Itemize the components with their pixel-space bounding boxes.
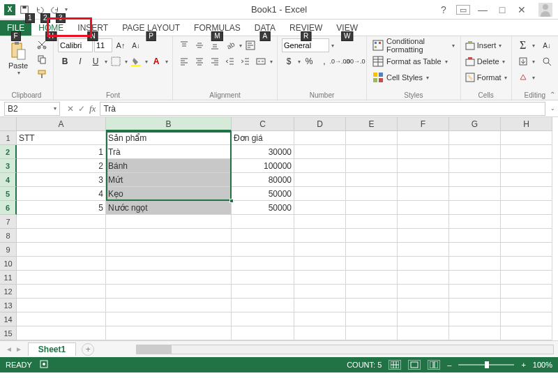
- cell[interactable]: [232, 257, 294, 271]
- cell[interactable]: [398, 145, 449, 159]
- cell[interactable]: [449, 173, 501, 187]
- zoom-in-button[interactable]: +: [521, 361, 525, 369]
- row-header-7[interactable]: 7: [0, 215, 17, 229]
- font-color-button[interactable]: A: [149, 54, 163, 68]
- cell[interactable]: [449, 312, 501, 326]
- cell[interactable]: [398, 187, 449, 201]
- cell[interactable]: 50000: [232, 187, 294, 201]
- ribbon-options-button[interactable]: ▭: [456, 5, 470, 15]
- row-header-6[interactable]: 6: [0, 201, 17, 215]
- cell[interactable]: [501, 285, 552, 299]
- tab-view[interactable]: VIEWW: [329, 20, 365, 36]
- row-header-13[interactable]: 13: [0, 299, 17, 312]
- cell[interactable]: [294, 285, 346, 299]
- cell[interactable]: [398, 257, 449, 271]
- cell[interactable]: 2: [17, 159, 106, 173]
- decrease-decimal-button[interactable]: .00→.0: [348, 54, 362, 68]
- cell[interactable]: [346, 131, 398, 145]
- tab-review[interactable]: REVIEWR: [282, 20, 329, 36]
- name-box[interactable]: B2▾: [4, 102, 60, 116]
- cell[interactable]: [294, 159, 346, 173]
- wrap-text-button[interactable]: [243, 38, 257, 52]
- cell[interactable]: [501, 299, 552, 312]
- cell[interactable]: STT: [17, 131, 106, 145]
- cell[interactable]: [17, 299, 106, 312]
- cell[interactable]: [17, 215, 106, 229]
- cell[interactable]: [449, 201, 501, 215]
- add-sheet-button[interactable]: +: [82, 343, 94, 356]
- row-header-8[interactable]: 8: [0, 229, 17, 243]
- cell[interactable]: [232, 243, 294, 257]
- col-header-H[interactable]: H: [501, 117, 552, 131]
- cell[interactable]: [449, 229, 501, 243]
- conditional-formatting-button[interactable]: Conditional Formatting▾: [371, 38, 456, 53]
- cell[interactable]: [232, 285, 294, 299]
- cell[interactable]: [232, 312, 294, 326]
- align-left-button[interactable]: [177, 54, 191, 68]
- row-header-5[interactable]: 5: [0, 187, 17, 201]
- cell[interactable]: [449, 257, 501, 271]
- insert-cells-button[interactable]: Insert▾: [465, 38, 507, 53]
- cell[interactable]: [232, 299, 294, 312]
- cell[interactable]: 1: [17, 145, 106, 159]
- cell[interactable]: [346, 299, 398, 312]
- cell[interactable]: [501, 326, 552, 340]
- cell[interactable]: [106, 271, 232, 285]
- sheet-nav-next[interactable]: ►: [15, 345, 22, 353]
- decrease-indent-button[interactable]: [223, 54, 237, 68]
- cell[interactable]: 3: [17, 173, 106, 187]
- cell[interactable]: [501, 215, 552, 229]
- row-header-12[interactable]: 12: [0, 285, 17, 299]
- cell[interactable]: [294, 312, 346, 326]
- col-header-A[interactable]: A: [17, 117, 106, 131]
- cell[interactable]: [501, 131, 552, 145]
- cell[interactable]: [106, 299, 232, 312]
- close-button[interactable]: ✕: [515, 4, 529, 15]
- cell[interactable]: [294, 257, 346, 271]
- cell[interactable]: [294, 243, 346, 257]
- cell[interactable]: [501, 243, 552, 257]
- cell[interactable]: [17, 243, 106, 257]
- row-header-15[interactable]: 15: [0, 326, 17, 340]
- cell[interactable]: [398, 312, 449, 326]
- cell[interactable]: [449, 271, 501, 285]
- cell[interactable]: 4: [17, 187, 106, 201]
- cell[interactable]: [501, 173, 552, 187]
- increase-font-button[interactable]: A↑: [114, 38, 128, 52]
- cell[interactable]: [398, 326, 449, 340]
- cell[interactable]: [346, 201, 398, 215]
- view-normal-button[interactable]: [389, 360, 401, 370]
- sort-filter-button[interactable]: A↓: [540, 38, 554, 52]
- cell[interactable]: [346, 326, 398, 340]
- cell[interactable]: [346, 229, 398, 243]
- cell[interactable]: [232, 271, 294, 285]
- cell[interactable]: [449, 159, 501, 173]
- cell[interactable]: [294, 187, 346, 201]
- cancel-formula-icon[interactable]: ✕: [67, 104, 74, 114]
- cell[interactable]: [106, 326, 232, 340]
- zoom-level[interactable]: 100%: [533, 361, 552, 369]
- cell[interactable]: [232, 215, 294, 229]
- row-header-4[interactable]: 4: [0, 173, 17, 187]
- cell[interactable]: [398, 201, 449, 215]
- cell[interactable]: Mứt: [106, 173, 232, 187]
- cell[interactable]: [17, 229, 106, 243]
- tab-data[interactable]: DATAA: [248, 20, 282, 36]
- tab-pagelayout[interactable]: PAGE LAYOUTP: [115, 20, 187, 36]
- zoom-slider[interactable]: [458, 364, 514, 365]
- cell[interactable]: [346, 312, 398, 326]
- fill-color-button[interactable]: [129, 54, 143, 68]
- cell[interactable]: [449, 215, 501, 229]
- cell[interactable]: [501, 312, 552, 326]
- top-align-button[interactable]: [177, 38, 191, 52]
- collapse-ribbon-button[interactable]: ⌃: [550, 91, 555, 98]
- cell[interactable]: [294, 326, 346, 340]
- cell[interactable]: [17, 312, 106, 326]
- paste-button[interactable]: Paste ▾: [4, 38, 32, 81]
- align-right-button[interactable]: [208, 54, 222, 68]
- middle-align-button[interactable]: [193, 38, 206, 52]
- cell[interactable]: [294, 131, 346, 145]
- qat-customize[interactable]: ▾: [65, 6, 68, 13]
- tab-insert[interactable]: INSERTN: [70, 20, 115, 36]
- fill-handle[interactable]: [229, 199, 234, 203]
